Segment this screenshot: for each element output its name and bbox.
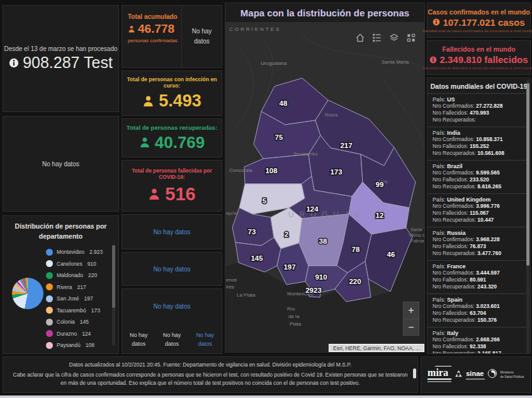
footer-logos-panel: mira sinae Ministerio de Salud Pública: [421, 356, 531, 393]
legend-value: 173: [91, 307, 100, 314]
accumulated-value: 46.778: [138, 22, 174, 36]
legend-value: 197: [84, 295, 93, 302]
country-stat-line: Nro Confirmados: 3.996.776: [433, 203, 525, 210]
country-stat-line: Nro Fallecidos: 63.704: [433, 310, 525, 317]
label-concordia: Concordia: [229, 168, 252, 173]
country-stat-line: Nro Recuperados: 3.477.760: [433, 250, 525, 257]
country-entry: País: India Nro Confirmados: 10.858.371N…: [427, 127, 530, 160]
legend-item[interactable]: Maldonado 220: [46, 270, 109, 281]
department-value-lavalleja: 78: [352, 246, 360, 253]
home-icon[interactable]: [354, 32, 366, 43]
dashboard: Desde el 13 de marzo se han procesado 90…: [0, 0, 532, 398]
legend-item[interactable]: Durazno 124: [46, 328, 109, 340]
country-stat-line: Nro Confirmados: 9.599.565: [433, 169, 525, 176]
country-stat-line: Nro Recuperados: 243.320: [433, 283, 525, 290]
department-value-rocha: 46: [387, 251, 395, 258]
info-icon: [429, 56, 437, 64]
country-name-line: País: Brazil: [433, 163, 525, 169]
country-stat-line: Nro Recuperados: 150.376: [433, 317, 525, 324]
msp-emblem-icon: [487, 368, 497, 381]
world-confirmed-panel: Casos confirmados en el mundo 107.177.02…: [427, 3, 531, 38]
country-stat-line: Nro Fallecidos: 92.338: [433, 343, 525, 350]
footer-updated-line: Datos actualizados al 10/2/2021 20:45. F…: [12, 361, 409, 368]
legend-label: Paysandú: [57, 342, 81, 348]
map-zoom-control: + −: [403, 302, 419, 336]
world-confirmed-value: 107.177.021 casos: [443, 17, 524, 28]
department-value-san-jose: 197: [283, 263, 295, 271]
zoom-in-button[interactable]: +: [404, 302, 419, 319]
legend-color-dot: [46, 307, 53, 314]
legend-label: Montevideo: [57, 249, 84, 255]
country-entry: País: Italy Nro Confirmados: 2.668.266Nr…: [427, 327, 530, 354]
label-santa-maria: Santa Maria: [382, 59, 409, 65]
pie-chart[interactable]: [12, 278, 43, 309]
department-value-canelones: 910: [315, 273, 327, 281]
world-list-scrollbar-thumb[interactable]: [526, 83, 529, 266]
world-data-panel: Datos mundiales del COVID-19 País: US Nr…: [427, 77, 531, 354]
legend-icon[interactable]: [371, 32, 383, 43]
country-list[interactable]: País: US Nro Confirmados: 27.272.828Nro …: [427, 94, 530, 354]
legend-item[interactable]: Canelones 910: [46, 258, 109, 270]
zoom-out-button[interactable]: −: [404, 319, 419, 335]
country-stat-line: Nro Recuperados: 8.616.265: [433, 183, 525, 190]
tests-value: 908.287 Test: [23, 54, 113, 72]
legend-color-dot: [46, 272, 53, 279]
tests-panel: Desde el 13 de marzo se han procesado 90…: [3, 5, 119, 112]
legend-scrollbar-thumb[interactable]: [112, 245, 115, 308]
country-stat-line: Nro Recuperados: 10.447: [433, 217, 525, 224]
msp-text-line2: de Salud Pública: [500, 375, 524, 379]
legend-value: 910: [88, 261, 96, 267]
department-value-durazno: 124: [306, 205, 319, 213]
no-data-mini-2: No hay datos: [157, 331, 187, 348]
map-toolbar: [354, 32, 417, 43]
legend-value: 108: [86, 342, 94, 348]
basemap-icon[interactable]: [388, 32, 400, 43]
apps-grid-icon[interactable]: [405, 32, 417, 43]
center-empty-panel-2: No hay datos: [122, 252, 222, 286]
label-uruguay: URUGUAY: [288, 210, 365, 219]
sinae-logo: sinae: [454, 369, 485, 381]
map-canvas[interactable]: CORRIENTES Uruguaiana Santa Maria Rivera…: [225, 22, 424, 352]
legend-label: San José: [57, 295, 79, 302]
mira-logo-text: mira: [427, 368, 451, 380]
person-icon: [142, 95, 154, 107]
recovered-title: Total de personas recuperadas:: [127, 124, 217, 131]
legend-item[interactable]: Montevideo 2.923: [46, 246, 109, 258]
left-empty-panel: No hay datos: [3, 116, 119, 212]
label-rivera-city: Rivera: [325, 113, 337, 117]
no-data-text: No hay datos: [122, 303, 222, 310]
country-stat-line: Nro Confirmados: 27.272.828: [433, 103, 525, 110]
person-icon: [148, 188, 161, 200]
legend-item[interactable]: Rivera 217: [46, 281, 109, 293]
center-empty-panel-1: No hay datos: [122, 214, 222, 249]
country-stat-line: Nro Fallecidos: 233.520: [433, 176, 525, 183]
distribution-title: Distribución de personas por departament…: [3, 216, 118, 242]
accumulated-title: Total acumulado: [128, 13, 178, 20]
footer-scrollbar-thumb[interactable]: [413, 368, 416, 378]
country-stat-line: Nro Fallecidos: 470.993: [433, 110, 525, 117]
active-title: Total de personas con infección en curso…: [122, 76, 222, 89]
legend-item[interactable]: Colonia 145: [46, 316, 109, 328]
world-list-scrollbar[interactable]: [526, 79, 529, 353]
country-entry: País: Russia Nro Confirmados: 3.968.228N…: [427, 227, 530, 260]
legend-item[interactable]: San José 197: [46, 293, 109, 305]
legend-value: 124: [82, 331, 91, 337]
label-santa-vitoria-1: Santa: [410, 227, 422, 232]
department-value-rio-negro: 5: [263, 197, 267, 205]
accumulated-caption: personas confirmadas: [128, 38, 178, 43]
world-confirmed-caption: Cantidad total de casos confirmados de c…: [422, 29, 532, 33]
no-data-mini-1: No hay datos: [123, 331, 154, 348]
legend-color-dot: [46, 283, 53, 290]
country-stat-line: Nro Fallecidos: 115.067: [433, 210, 525, 217]
country-name-line: País: India: [433, 130, 525, 136]
legend-color-dot: [46, 249, 53, 256]
map-attribution: Esri, HERE, Garmin, FAO, NOAA, ...: [329, 344, 424, 352]
country-stat-line: Nro Confirmados: 10.858.371: [433, 136, 525, 143]
legend-value: 220: [88, 272, 97, 278]
legend-item[interactable]: Paysandú 108: [46, 339, 109, 351]
world-deaths-value: 2.349.810 fallecidos: [439, 54, 528, 65]
legend-scrollbar[interactable]: [112, 245, 115, 346]
legend-item[interactable]: Tacuarembó 173: [46, 305, 109, 317]
legend-label: Rivera: [57, 284, 72, 290]
country-stat-line: Nro Fallecidos: 155.252: [433, 143, 525, 150]
